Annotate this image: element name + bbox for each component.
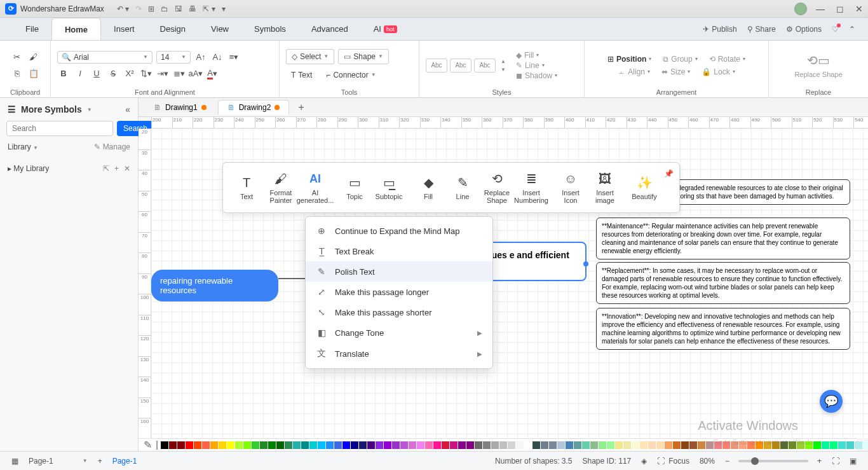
color-swatch[interactable] — [673, 441, 681, 449]
color-swatch[interactable] — [326, 441, 334, 449]
symbol-search-input[interactable] — [6, 121, 113, 136]
lib-add-icon[interactable]: + — [114, 164, 119, 173]
color-swatch[interactable] — [698, 441, 705, 449]
color-swatch[interactable] — [285, 441, 292, 449]
collapse-ribbon-icon[interactable]: ⌃ — [849, 25, 855, 34]
line-button[interactable]: ✎ Line▾ — [516, 61, 557, 70]
export-icon[interactable]: ⇱ ▾ — [203, 4, 215, 13]
color-swatch[interactable] — [202, 441, 210, 449]
fit-page-icon[interactable]: ⛶ — [827, 457, 844, 466]
select-tool[interactable]: ◇ Select ▼ — [286, 49, 334, 64]
tab-file[interactable]: File — [13, 18, 51, 40]
color-swatch[interactable] — [830, 441, 837, 449]
copy-icon[interactable]: ⎘ — [11, 67, 24, 80]
align-button[interactable]: ⫠ Align▾ — [618, 67, 650, 76]
connector-tool[interactable]: ⌐ Connector ▼ — [321, 68, 381, 82]
page-layout-icon[interactable]: ▦ — [6, 457, 24, 466]
ctx-item-0[interactable]: ⊕Continue to Expand the Mind Map — [306, 221, 492, 241]
fb-subtopic[interactable]: ▭̲Subtopic — [372, 172, 406, 203]
color-swatch[interactable] — [301, 441, 309, 449]
layers-icon[interactable]: ◈ — [636, 457, 652, 466]
color-swatch[interactable] — [475, 441, 482, 449]
ctx-item-5[interactable]: ◧Change Tone▶ — [306, 322, 492, 343]
color-swatch[interactable] — [276, 441, 284, 449]
case-icon[interactable]: aA▾ — [189, 67, 202, 80]
color-swatch[interactable] — [359, 441, 367, 449]
mindmap-root-node[interactable]: repairing renewable resources — [151, 270, 278, 301]
user-avatar[interactable] — [794, 3, 807, 15]
color-swatch[interactable] — [450, 441, 458, 449]
color-swatch[interactable] — [177, 441, 185, 449]
mindmap-sub-node-4[interactable]: **Innovation**: Developing new and innov… — [596, 308, 850, 350]
fb-ai-generated[interactable]: AIAI generated... — [298, 169, 332, 207]
color-swatch[interactable] — [582, 441, 590, 449]
color-swatch[interactable] — [367, 441, 375, 449]
tab-insert[interactable]: Insert — [101, 18, 147, 40]
color-swatch[interactable] — [186, 441, 193, 449]
fb-replace-shape[interactable]: ⟲Replace Shape — [480, 169, 514, 207]
color-swatch[interactable] — [590, 441, 598, 449]
undo-icon[interactable]: ↶ ▾ — [117, 4, 129, 13]
fb-insert-numbering[interactable]: ≣Insert Numbering — [514, 169, 548, 207]
mindmap-sub-node-3[interactable]: **Replacement**: In some cases, it may b… — [596, 262, 850, 304]
paste-icon[interactable]: 📋 — [27, 67, 40, 80]
tab-symbols[interactable]: Symbols — [241, 18, 299, 40]
color-swatch[interactable] — [491, 441, 499, 449]
rotate-button[interactable]: ⟲ Rotate▾ — [709, 55, 745, 64]
color-swatch[interactable] — [194, 441, 201, 449]
color-swatch[interactable] — [433, 441, 441, 449]
color-swatch[interactable] — [268, 441, 276, 449]
color-swatch[interactable] — [541, 441, 548, 449]
color-swatch[interactable] — [656, 441, 664, 449]
color-swatch[interactable] — [846, 441, 854, 449]
color-swatch[interactable] — [318, 441, 325, 449]
new-tab-button[interactable]: + — [292, 99, 310, 116]
print-icon[interactable]: 🖶 — [189, 4, 196, 13]
styles-down-icon[interactable]: ▼ — [501, 67, 506, 73]
mindmap-sub-node-2[interactable]: **Maintenance**: Regular maintenance act… — [596, 218, 850, 259]
color-swatch[interactable] — [532, 441, 540, 449]
color-swatch[interactable] — [632, 441, 639, 449]
color-swatch[interactable] — [689, 441, 697, 449]
color-swatch[interactable] — [706, 441, 714, 449]
position-button[interactable]: ⊞ Position▾ — [607, 55, 651, 64]
color-swatch[interactable] — [665, 441, 672, 449]
line-spacing-icon[interactable]: ⇅▾ — [140, 67, 153, 80]
doc-tab-2[interactable]: 🗎Drawing2 — [218, 100, 290, 115]
notifications-icon[interactable]: ♡ — [832, 25, 839, 34]
color-swatch[interactable] — [417, 441, 424, 449]
options-button[interactable]: ⚙ Options — [786, 25, 822, 34]
ctx-item-3[interactable]: ⤢Make this passage longer — [306, 282, 492, 302]
color-swatch[interactable] — [169, 441, 177, 449]
fb-topic[interactable]: ▭Topic — [337, 172, 372, 203]
color-swatch[interactable] — [508, 441, 515, 449]
publish-button[interactable]: ✈ Publish — [703, 25, 736, 34]
group-button[interactable]: ⧉ Group▾ — [663, 55, 697, 64]
fb-insert-image[interactable]: 🖼Insert image — [588, 169, 622, 207]
color-swatch[interactable] — [599, 441, 606, 449]
tab-ai[interactable]: AIhot — [361, 18, 410, 40]
fb-fill[interactable]: ◆Fill — [411, 172, 445, 203]
collapse-panel-icon[interactable]: « — [125, 104, 130, 114]
color-swatch[interactable] — [351, 441, 358, 449]
color-swatch[interactable] — [557, 441, 565, 449]
color-swatch[interactable] — [309, 441, 317, 449]
color-swatch[interactable] — [260, 441, 268, 449]
color-swatch[interactable] — [483, 441, 491, 449]
color-swatch[interactable] — [425, 441, 433, 449]
underline-icon[interactable]: U — [90, 67, 103, 80]
color-swatch[interactable] — [524, 441, 532, 449]
cut-icon[interactable]: ✂ — [11, 51, 24, 64]
active-page-label[interactable]: Page-1 — [107, 457, 142, 466]
fb-insert-icon[interactable]: ☺Insert Icon — [553, 169, 588, 207]
no-color-swatch[interactable] — [156, 441, 158, 450]
font-name-select[interactable]: 🔍 Arial▼ — [57, 51, 153, 64]
font-color-icon[interactable]: A▾ — [206, 67, 219, 80]
color-swatch[interactable] — [863, 441, 868, 449]
fb-format-painter[interactable]: 🖌Format Painter — [264, 169, 298, 207]
chat-fab-icon[interactable]: 💬 — [820, 390, 843, 413]
library-dropdown[interactable]: Library ▼ — [8, 142, 38, 151]
fb-text[interactable]: TText — [229, 172, 264, 203]
color-swatch[interactable] — [219, 441, 226, 449]
shape-tool[interactable]: ▭ Shape ▼ — [338, 49, 389, 64]
